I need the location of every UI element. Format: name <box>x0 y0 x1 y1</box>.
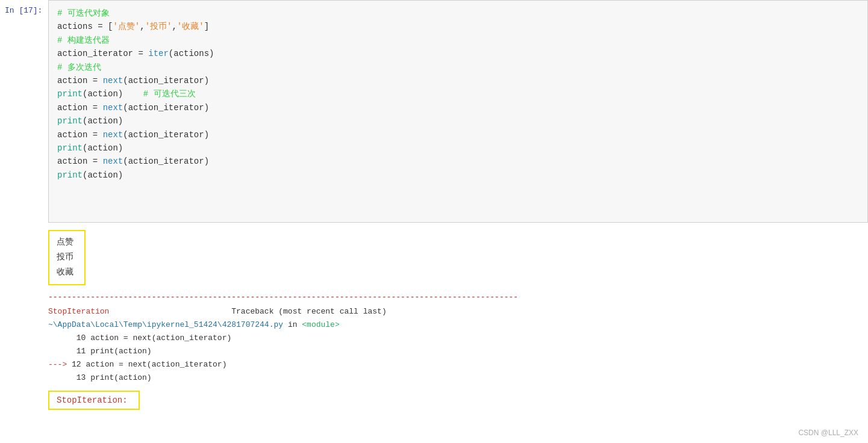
cell-prompt-text: In [17]: <box>5 6 42 15</box>
traceback-line: StopIteration Traceback (most recent cal… <box>48 305 868 318</box>
traceback-code-line: ---> 12 action = next(action_iterator) <box>48 358 868 371</box>
traceback-code-line: 10 action = next(action_iterator) <box>48 332 868 345</box>
notebook-cell: In [17]: # 可迭代对象actions = ['点赞','投币','收藏… <box>0 0 868 443</box>
traceback-code-line: 13 print(action) <box>48 371 868 385</box>
traceback-filepath: ~\AppData\Local\Temp\ipykernel_51424\428… <box>48 318 868 332</box>
error-label: StopIteration: <box>57 395 128 405</box>
code-line: action = next(action_iterator) <box>57 155 859 168</box>
code-line: print(action) <box>57 169 859 182</box>
code-line: # 可迭代对象 <box>57 7 859 20</box>
code-line: # 多次迭代 <box>57 61 859 74</box>
cell-prompt: In [17]: <box>0 0 48 443</box>
output-line: 投币 <box>57 250 73 265</box>
error-divider: ----------------------------------------… <box>48 290 868 304</box>
code-line: action = next(action_iterator) <box>57 128 859 141</box>
code-line: action_iterator = iter(actions) <box>57 47 859 60</box>
code-input[interactable]: # 可迭代对象actions = ['点赞','投币','收藏']# 构建迭代器… <box>48 0 868 223</box>
code-line: print(action) # 可迭代三次 <box>57 87 859 101</box>
code-line: actions = ['点赞','投币','收藏'] <box>57 20 859 33</box>
output-line: 点赞 <box>57 235 73 250</box>
code-line: print(action) <box>57 141 859 155</box>
watermark: CSDN @LLL_ZXX <box>798 429 858 437</box>
output-text-box: 点赞投币收藏 <box>48 230 86 285</box>
code-line: # 构建迭代器 <box>57 34 859 47</box>
output-area: 点赞投币收藏 ---------------------------------… <box>48 223 868 415</box>
traceback-block: StopIteration Traceback (most recent cal… <box>48 304 868 386</box>
error-box: StopIteration: <box>48 391 140 410</box>
code-line: action = next(action_iterator) <box>57 101 859 114</box>
cell-content: # 可迭代对象actions = ['点赞','投币','收藏']# 构建迭代器… <box>48 0 868 443</box>
code-line: print(action) <box>57 114 859 128</box>
output-line: 收藏 <box>57 265 73 280</box>
traceback-code-line: 11 print(action) <box>48 345 868 358</box>
code-line: action = next(action_iterator) <box>57 74 859 87</box>
